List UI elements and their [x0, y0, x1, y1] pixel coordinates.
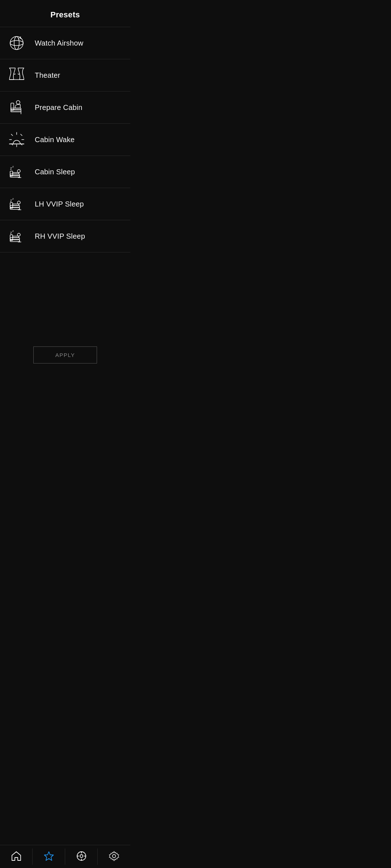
- preset-item-cabin-sleep[interactable]: z z Cabin Sleep: [0, 156, 130, 188]
- preset-label-rh-vvip-sleep: RH VVIP Sleep: [35, 232, 85, 241]
- preset-label-cabin-sleep: Cabin Sleep: [35, 168, 75, 176]
- theater-icon: [7, 66, 26, 85]
- svg-line-14: [11, 134, 13, 136]
- svg-point-40: [17, 233, 20, 236]
- svg-point-1: [10, 41, 23, 46]
- preset-item-cabin-wake[interactable]: Cabin Wake: [0, 124, 130, 156]
- cabin-sleep-icon: z z: [7, 162, 26, 181]
- svg-point-2: [14, 37, 19, 50]
- page-header: Presets: [0, 0, 130, 27]
- preset-item-prepare-cabin[interactable]: Prepare Cabin: [0, 92, 130, 124]
- svg-text:z: z: [10, 199, 12, 203]
- svg-point-24: [17, 170, 20, 173]
- page-title: Presets: [7, 10, 123, 20]
- preset-label-cabin-wake: Cabin Wake: [35, 136, 75, 144]
- svg-text:z: z: [12, 197, 14, 200]
- preset-item-watch-airshow[interactable]: Watch Airshow: [0, 27, 130, 59]
- preset-label-theater: Theater: [35, 71, 60, 80]
- preset-list: Watch Airshow Theater: [0, 27, 130, 252]
- svg-point-7: [16, 101, 20, 104]
- preset-label-prepare-cabin: Prepare Cabin: [35, 103, 83, 112]
- preset-item-theater[interactable]: Theater: [0, 59, 130, 92]
- svg-text:z: z: [10, 166, 12, 170]
- lh-vvip-sleep-icon: z z: [7, 195, 26, 213]
- preset-item-rh-vvip-sleep[interactable]: z z RH VVIP Sleep: [0, 220, 130, 252]
- preset-item-lh-vvip-sleep[interactable]: z z LH VVIP Sleep: [0, 188, 130, 220]
- cabin-wake-icon: [7, 130, 26, 149]
- svg-point-32: [17, 201, 20, 204]
- svg-text:z: z: [10, 231, 12, 235]
- apply-button[interactable]: APPLY: [33, 346, 97, 363]
- airshow-icon: [7, 34, 26, 52]
- preset-label-lh-vvip-sleep: LH VVIP Sleep: [35, 200, 84, 208]
- svg-line-16: [21, 134, 22, 136]
- svg-rect-5: [11, 103, 14, 110]
- apply-container: APPLY: [0, 339, 130, 371]
- rh-vvip-sleep-icon: z z: [7, 227, 26, 246]
- bottom-spacer: [0, 252, 130, 339]
- preset-label-watch-airshow: Watch Airshow: [35, 39, 83, 47]
- prepare-cabin-icon: [7, 98, 26, 117]
- svg-text:z: z: [12, 165, 14, 168]
- svg-text:z: z: [12, 229, 14, 233]
